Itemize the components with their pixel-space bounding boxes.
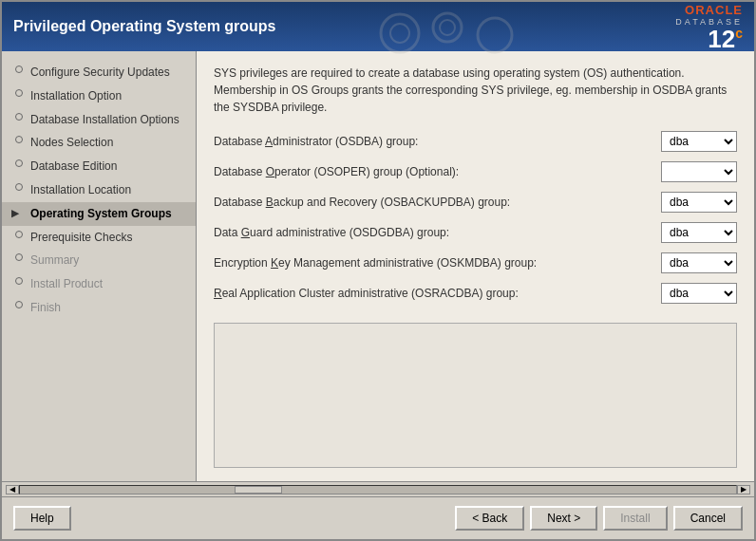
bullet-prereq-checks	[15, 231, 23, 238]
form-row-osracdba: Real Application Cluster administrative …	[214, 283, 737, 304]
svg-point-1	[390, 24, 409, 43]
label-osdba: Database Administrator (OSDBA) group:	[214, 135, 661, 148]
sidebar-item-nodes-selection[interactable]: Nodes Selection	[2, 131, 196, 155]
horizontal-scrollbar[interactable]: ◀ ▶	[2, 481, 754, 496]
form-row-oskmdba: Encryption Key Management administrative…	[214, 252, 737, 273]
sidebar-item-prereq-checks[interactable]: Prerequisite Checks	[2, 226, 196, 250]
scrollbar-thumb[interactable]	[235, 486, 282, 494]
control-osdgdba: dba dgdba	[661, 222, 737, 243]
sidebar-item-db-install-options[interactable]: Database Installation Options	[2, 108, 196, 132]
scroll-left-btn[interactable]: ◀	[6, 485, 19, 494]
bottom-bar: Help < Back Next > Install Cancel	[2, 496, 754, 539]
oracle-name: ORACLE	[675, 3, 743, 17]
label-osracdba: Real Application Cluster administrative …	[214, 287, 661, 300]
back-button[interactable]: < Back	[455, 506, 524, 531]
select-osbackupdba[interactable]: dba backupdba	[661, 192, 737, 213]
control-osdba: dba oper backupdba	[661, 131, 737, 152]
svg-point-0	[381, 14, 419, 52]
label-osdgdba: Data Guard administrative (OSDGDBA) grou…	[214, 226, 661, 239]
bullet-summary	[15, 253, 23, 261]
bullet-install-product	[15, 277, 23, 285]
label-oskmdba: Encryption Key Management administrative…	[214, 256, 661, 270]
intro-text: SYS privileges are required to create a …	[214, 65, 737, 116]
next-button[interactable]: Next >	[530, 506, 597, 531]
bullet-db-install-options	[15, 113, 23, 121]
navigation-buttons: < Back Next > Install Cancel	[455, 506, 743, 531]
window-title: Privileged Operating System groups	[13, 18, 276, 35]
sidebar: Configure Security Updates Installation …	[2, 51, 197, 481]
bullet-db-edition	[15, 159, 23, 167]
arrow-os-groups: ▶	[11, 207, 19, 220]
main-window: Privileged Operating System groups ORACL…	[0, 0, 756, 541]
svg-point-4	[478, 18, 512, 52]
select-oskmdba[interactable]: dba kmdba	[661, 252, 737, 273]
main-content: Configure Security Updates Installation …	[2, 51, 754, 481]
select-osdgdba[interactable]: dba dgdba	[661, 222, 737, 243]
install-button[interactable]: Install	[603, 506, 667, 531]
sidebar-item-os-groups[interactable]: ▶ Operating System Groups	[2, 202, 196, 226]
bullet-configure-security	[15, 65, 23, 73]
sidebar-item-install-product: Install Product	[2, 272, 196, 296]
scroll-right-btn[interactable]: ▶	[737, 485, 750, 494]
sidebar-item-summary: Summary	[2, 249, 196, 272]
bullet-install-location	[15, 183, 23, 191]
scrollbar-track[interactable]	[19, 485, 737, 494]
select-osracdba[interactable]: dba racdba	[661, 283, 737, 304]
help-button[interactable]: Help	[13, 506, 71, 531]
control-osoper: dba oper	[661, 161, 737, 182]
form-row-osdgdba: Data Guard administrative (OSDGDBA) grou…	[214, 222, 737, 243]
svg-point-3	[440, 20, 455, 35]
select-osoper[interactable]: dba oper	[661, 161, 737, 182]
title-text: Privileged Operating System groups	[13, 18, 276, 35]
control-osbackupdba: dba backupdba	[661, 192, 737, 213]
form-row-osbackupdba: Database Backup and Recovery (OSBACKUPDB…	[214, 192, 737, 213]
bullet-installation-option	[15, 89, 23, 97]
bullet-finish	[15, 301, 23, 308]
title-bar: Privileged Operating System groups ORACL…	[2, 2, 754, 51]
cancel-button[interactable]: Cancel	[673, 506, 743, 531]
sidebar-item-finish: Finish	[2, 296, 196, 320]
sidebar-item-install-location[interactable]: Installation Location	[2, 178, 196, 202]
form-row-osoper: Database Operator (OSOPER) group (Option…	[214, 161, 737, 182]
oracle-version: 12c	[675, 27, 743, 51]
control-osracdba: dba racdba	[661, 283, 737, 304]
bullet-nodes-selection	[15, 136, 23, 143]
svg-point-2	[433, 13, 462, 42]
sidebar-item-installation-option[interactable]: Installation Option	[2, 84, 196, 108]
sidebar-item-db-edition[interactable]: Database Edition	[2, 155, 196, 178]
label-osoper: Database Operator (OSOPER) group (Option…	[214, 165, 661, 178]
label-osbackupdba: Database Backup and Recovery (OSBACKUPDB…	[214, 196, 661, 209]
form-row-osdba: Database Administrator (OSDBA) group: db…	[214, 131, 737, 152]
select-osdba[interactable]: dba oper backupdba	[661, 131, 737, 152]
oracle-brand: ORACLE DATABASE 12c	[675, 3, 743, 51]
control-oskmdba: dba kmdba	[661, 252, 737, 273]
sidebar-item-configure-security[interactable]: Configure Security Updates	[2, 61, 196, 84]
content-area: SYS privileges are required to create a …	[197, 51, 754, 481]
empty-area	[214, 323, 737, 468]
gear-decoration	[371, 9, 561, 61]
